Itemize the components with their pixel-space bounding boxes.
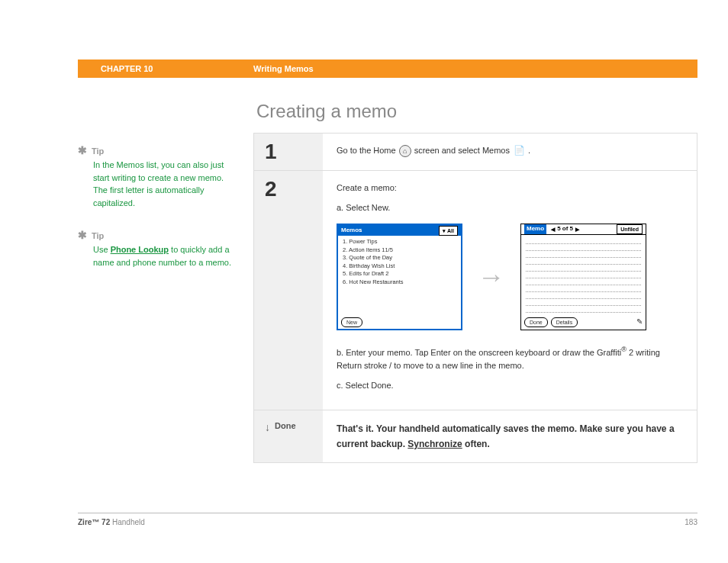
done-content: That's it. Your handheld automatically s… bbox=[323, 410, 697, 463]
step-number: 2 bbox=[265, 177, 277, 201]
substep-b: b. Enter your memo. Tap Enter on the ons… bbox=[337, 344, 683, 373]
home-icon: ⌂ bbox=[399, 145, 411, 157]
chapter-header: CHAPTER 10 Writing Memos bbox=[78, 60, 697, 78]
product-name: Zire™ 72 Handheld bbox=[78, 518, 145, 526]
synchronize-link[interactable]: Synchronize bbox=[407, 439, 462, 449]
done-button[interactable]: Done bbox=[524, 317, 548, 327]
step2-intro: Create a memo: bbox=[337, 182, 683, 195]
step-number-cell: 2 bbox=[254, 171, 323, 410]
step-content: Go to the Home ⌂ screen and select Memos… bbox=[323, 134, 697, 170]
list-item[interactable]: 3. Quote of the Day bbox=[343, 254, 456, 262]
memos-list-screen: Memos ▾ All 1. Power Tips 2. Action Item… bbox=[337, 224, 462, 330]
details-button[interactable]: Details bbox=[551, 317, 578, 327]
header-title: Writing Memos bbox=[253, 64, 314, 73]
nav-next-icon[interactable]: ▶ bbox=[575, 225, 579, 233]
step-number: 1 bbox=[265, 140, 277, 164]
asterisk-icon: ✱ bbox=[78, 227, 87, 243]
screen-header: Memo ◀ 5 of 5 ▶ Unfiled bbox=[521, 224, 646, 235]
down-arrow-icon: ↓ bbox=[265, 421, 270, 433]
step-2: 2 Create a memo: a. Select New. Memos ▾ bbox=[254, 171, 697, 410]
screenshots-row: Memos ▾ All 1. Power Tips 2. Action Item… bbox=[337, 224, 683, 330]
memos-icon: 📄 bbox=[513, 145, 525, 157]
page-title: Creating a memo bbox=[256, 101, 697, 122]
category-dropdown[interactable]: ▾ All bbox=[439, 226, 458, 236]
tip-body: Use Phone Lookup to quickly add a name a… bbox=[93, 243, 238, 269]
tips-sidebar: ✱ Tip In the Memos list, you can also ju… bbox=[78, 101, 253, 463]
steps-container: 1 Go to the Home ⌂ screen and select Mem… bbox=[253, 133, 697, 463]
memo-counter: 5 of 5 bbox=[557, 224, 573, 234]
memo-body[interactable] bbox=[521, 235, 646, 317]
step-content: Create a memo: a. Select New. Memos ▾ Al… bbox=[323, 171, 697, 410]
asterisk-icon: ✱ bbox=[78, 143, 87, 159]
substep-a: a. Select New. bbox=[337, 201, 683, 215]
screen-title: Memos bbox=[341, 226, 362, 236]
tip-label: Tip bbox=[92, 230, 104, 243]
done-text-post: often. bbox=[462, 439, 490, 449]
done-text-pre: That's it. Your handheld automatically s… bbox=[337, 423, 675, 449]
tip-text-pre: Use bbox=[93, 245, 111, 254]
done-label: Done bbox=[275, 421, 296, 430]
list-item[interactable]: 4. Birthday Wish List bbox=[343, 262, 456, 271]
tip-body: In the Memos list, you can also just sta… bbox=[93, 159, 238, 209]
chapter-label: CHAPTER 10 bbox=[101, 64, 253, 73]
list-item[interactable]: 6. Hot New Restaurants bbox=[343, 278, 456, 287]
list-item[interactable]: 1. Power Tips bbox=[343, 238, 456, 246]
category-box[interactable]: Unfiled bbox=[617, 224, 643, 234]
new-button[interactable]: New bbox=[341, 317, 362, 327]
memo-edit-screen: Memo ◀ 5 of 5 ▶ Unfiled bbox=[520, 224, 646, 330]
pen-icon[interactable]: ✎ bbox=[636, 316, 643, 328]
step-number-cell: 1 bbox=[254, 134, 323, 170]
step1-text-post: . bbox=[528, 144, 530, 158]
nav-prev-icon[interactable]: ◀ bbox=[551, 225, 555, 233]
step-1: 1 Go to the Home ⌂ screen and select Mem… bbox=[254, 134, 697, 171]
screen-title: Memo bbox=[524, 224, 546, 234]
step1-text-pre: Go to the Home bbox=[337, 144, 396, 158]
page-number: 183 bbox=[685, 518, 697, 526]
done-row: ↓ Done That's it. Your handheld automati… bbox=[254, 410, 697, 463]
memos-list-body: 1. Power Tips 2. Action Items 11/5 3. Qu… bbox=[338, 236, 461, 318]
tip-1: ✱ Tip In the Memos list, you can also ju… bbox=[78, 143, 238, 209]
screen-header: Memos ▾ All bbox=[338, 225, 461, 236]
done-label-cell: ↓ Done bbox=[254, 410, 323, 463]
step1-text-mid: screen and select Memos bbox=[414, 144, 510, 158]
substep-c: c. Select Done. bbox=[337, 379, 683, 393]
tip-2: ✱ Tip Use Phone Lookup to quickly add a … bbox=[78, 227, 238, 269]
tip-label: Tip bbox=[92, 145, 104, 158]
arrow-right-icon: → bbox=[478, 255, 505, 299]
phone-lookup-link[interactable]: Phone Lookup bbox=[111, 245, 169, 254]
list-item[interactable]: 5. Edits for Draft 2 bbox=[343, 270, 456, 278]
page-footer: Zire™ 72 Handheld 183 bbox=[78, 513, 697, 526]
list-item[interactable]: 2. Action Items 11/5 bbox=[343, 246, 456, 255]
